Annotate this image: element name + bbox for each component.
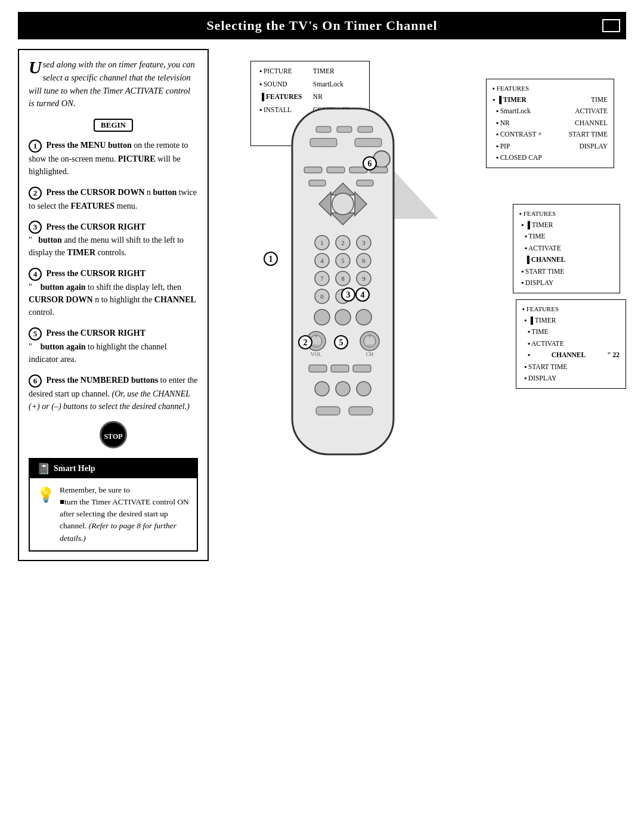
svg-text:VOL: VOL [311, 351, 322, 357]
svg-rect-4 [358, 126, 373, 132]
menu-2-starttime: START TIME [569, 129, 608, 141]
step-indicator-4: 4 [355, 287, 370, 302]
svg-point-40 [314, 309, 330, 325]
svg-text:7: 7 [320, 275, 324, 282]
svg-text:2: 2 [341, 239, 345, 246]
step-5-number: 5 [29, 327, 42, 340]
step-1-picture: PICTURE [118, 154, 156, 163]
menu-2-pip-row: ▪ PIP DISPLAY [493, 141, 608, 153]
smart-help-text: Remember, be sure to ■turn the Timer ACT… [60, 484, 190, 544]
menu-2-contrast-row: ▪ CONTRAST + START TIME [493, 129, 608, 141]
left-panel: Used along with the on timer feature, yo… [18, 49, 209, 561]
step-5-label: Press the CURSOR RIGHT [47, 329, 146, 337]
menu-4-starttime: ▪ START TIME [522, 361, 620, 373]
menu-1-row-1: ▪ PICTURE TIMER [257, 65, 363, 78]
step-5-again: button again [41, 342, 86, 351]
svg-text:+: + [368, 333, 371, 339]
menu-2-smartlock-row: ▪ SmartLock ACTIVATE [493, 106, 608, 117]
svg-rect-9 [327, 167, 345, 173]
menu-4-channel-label: CHANNEL [552, 349, 586, 361]
drop-cap: U [29, 58, 42, 76]
menu-1-cell-picture: ▪ PICTURE [257, 65, 311, 78]
menu-2-timer-row: ▪ ▐ TIMER TIME [493, 94, 608, 106]
step-3-timer: TIMER [67, 248, 95, 257]
svg-rect-3 [337, 126, 352, 132]
menu-2-channel: CHANNEL [575, 117, 608, 129]
step-2-label2: button [153, 188, 177, 197]
step-2-features: FEA­TURES [70, 202, 114, 210]
menu-box-2: ▪ FEATURES ▪ ▐ TIMER TIME ▪ SmartLock AC… [486, 79, 614, 168]
menu-1-cell-features: ▐ FEATURES [257, 91, 311, 104]
menu-2-activate: ACTIVATE [575, 106, 608, 117]
step-1-label: Press the MENU button [47, 141, 132, 150]
svg-rect-60 [349, 407, 373, 415]
step-2-label: Press the CURSOR DOWN [47, 188, 145, 197]
page-title: Selecting the TV's On Timer Channel [206, 18, 437, 33]
step-indicator-6: 6 [363, 156, 377, 171]
begin-badge: BEGIN [94, 119, 133, 132]
svg-rect-18 [357, 180, 373, 186]
step-2-text: Press the CURSOR DOWN n button twice to … [29, 188, 197, 210]
menu-3-display: ▪ DISPLAY [519, 277, 614, 289]
step-4-text: Press the CURSOR RIGHT" button again to … [29, 269, 196, 317]
svg-rect-2 [316, 126, 331, 132]
step-3-label: Press the CURSOR RIGHT [47, 222, 146, 231]
right-panel: ▪ PICTURE TIMER ▪ SOUND SmartLock ▐ FEAT… [215, 49, 626, 561]
menu-2-closedcap: ▪ CLOSED CAP [493, 152, 608, 164]
svg-text:4: 4 [320, 257, 324, 264]
menu-3-timer: ▪ ▐ TIMER [519, 219, 614, 231]
step-4-label: Press the CURSOR RIGHT [47, 269, 146, 278]
svg-point-57 [336, 382, 350, 396]
intro-paragraph: Used along with the on timer feature, yo… [29, 58, 198, 110]
menu-1-cell-smartlock: SmartLock [311, 78, 363, 91]
step-1-number: 1 [29, 140, 42, 153]
menu-box-4: ▪ FEATURES ▪ ▐ TIMER ▪ TIME ▪ ACTIVATE ▪… [516, 299, 626, 389]
svg-point-41 [335, 309, 351, 325]
menu-2-time: TIME [591, 94, 608, 106]
step-indicator-2: 2 [298, 335, 312, 349]
svg-rect-8 [304, 167, 322, 173]
svg-text:CH: CH [366, 351, 374, 357]
page-wrapper: Selecting the TV's On Timer Channel Used… [0, 0, 644, 833]
menu-2-nr: ▪ NR [493, 117, 510, 129]
menu-box-3: ▪ FEATURES ▪ ▐ TIMER ▪ TIME ▪ ACTIVATE ▐… [513, 204, 620, 293]
svg-text:+: + [314, 333, 317, 339]
menu-3-features: ▪ FEATURES [519, 208, 614, 219]
svg-text:—: — [313, 341, 320, 347]
step-4-again: button again [41, 283, 86, 292]
menu-2-contrast: ▪ CONTRAST + [493, 129, 542, 141]
menu-2-timer: ▪ ▐ TIMER [493, 94, 527, 106]
svg-rect-55 [353, 365, 371, 372]
menu-4-activate: ▪ ACTIVATE [522, 338, 620, 350]
svg-rect-17 [309, 180, 326, 186]
step-1: 1 Press the MENU button on the remote to… [29, 139, 198, 178]
bulb-icon: 💡 [37, 484, 55, 544]
svg-text:6: 6 [362, 257, 366, 264]
svg-text:8: 8 [341, 275, 345, 282]
menu-1-cell-sound: ▪ SOUND [257, 78, 311, 91]
svg-text:9: 9 [362, 275, 366, 282]
svg-rect-53 [309, 365, 327, 372]
menu-2-nr-row: ▪ NR CHANNEL [493, 117, 608, 129]
step-2: 2 Press the CURSOR DOWN n button twice t… [29, 186, 198, 212]
menu-4-time: ▪ TIME [522, 326, 620, 338]
menu-3-starttime: ▪ START TIME [519, 266, 614, 278]
svg-rect-5 [310, 138, 337, 147]
remote-control: 1 2 3 4 5 6 7 8 9 0 + — [262, 103, 423, 472]
step-6-label: Press the NUMBERED buttons [47, 376, 159, 385]
svg-point-58 [357, 382, 371, 396]
step-3-button: button [38, 236, 62, 244]
step-indicator-3: 3 [341, 287, 355, 302]
smart-help-body: 💡 Remember, be sure to ■turn the Timer A… [30, 478, 197, 550]
menu-4-features: ▪ FEATURES [522, 304, 620, 315]
smart-help-box: 📓 Smart Help 💡 Remember, be sure to ■tur… [29, 458, 198, 552]
step-3: 3 Press the CURSOR RIGHT" button and the… [29, 221, 198, 259]
svg-text:0: 0 [320, 293, 324, 300]
step-6: 6 Press the NUMBERED buttons to enter th… [29, 374, 198, 413]
smart-help-header: 📓 Smart Help [30, 459, 197, 478]
step-5: 5 Press the CURSOR RIGHT" button again t… [29, 327, 198, 366]
svg-text:1: 1 [320, 239, 324, 246]
header-box [602, 19, 620, 32]
svg-point-42 [356, 309, 371, 325]
intro-text: sed along with the on timer feature, you… [29, 60, 195, 108]
